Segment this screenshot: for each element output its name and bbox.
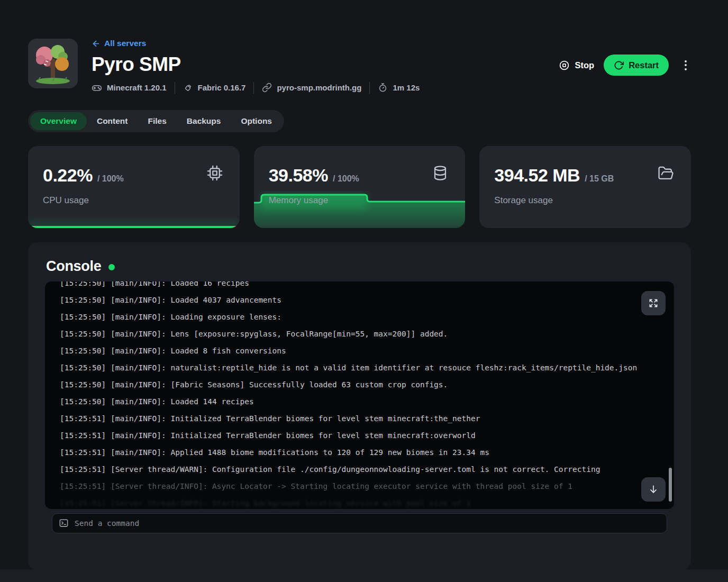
console-log-line: [15:25:51] [Server thread/INFO]: Async L…	[60, 478, 666, 495]
console-log-line: [15:25:51] [main/INFO]: Applied 1488 bio…	[60, 444, 666, 461]
meta-uptime: 1m 12s	[378, 83, 420, 93]
command-input[interactable]	[75, 519, 660, 528]
console-title: Console	[46, 258, 101, 275]
meta-domain[interactable]: pyro-smp.modrinth.gg	[262, 83, 361, 93]
tab-backups[interactable]: Backups	[177, 112, 231, 130]
cpu-usage-value: 0.22%	[43, 165, 93, 186]
more-options-button[interactable]	[680, 57, 691, 74]
meta-divider	[369, 82, 370, 94]
memory-usage-card: 39.58% / 100% Memory usage	[254, 146, 466, 228]
scroll-to-bottom-button[interactable]	[641, 477, 666, 502]
meta-divider	[253, 82, 254, 94]
console-log-line: [15:25:50] [main/INFO]: Loaded 16 recipe…	[60, 281, 666, 292]
stop-button[interactable]: Stop	[559, 60, 594, 71]
meta-game-version: Minecraft 1.20.1	[92, 83, 167, 93]
console-log-line: [15:25:50] [main/INFO]: Lens [exposure:s…	[60, 325, 666, 342]
console-log-line: [15:25:50] [main/INFO]: [Fabric Seasons]…	[60, 376, 666, 393]
kebab-dot	[685, 68, 687, 70]
console-log-line: [15:25:51] [Server thread/WARN]: Configu…	[60, 461, 666, 478]
meta-uptime-label: 1m 12s	[393, 83, 420, 92]
console-log-line: [15:25:50] [main/INFO]: Loading exposure…	[60, 308, 666, 325]
memory-usage-label: Memory usage	[269, 195, 328, 206]
timer-icon	[378, 83, 388, 93]
meta-domain-label: pyro-smp.modrinth.gg	[277, 83, 361, 92]
console-scrollbar-thumb[interactable]	[669, 468, 672, 502]
console-log-line: [15:25:50] [main/INFO]: Loaded 144 recip…	[60, 393, 666, 410]
gamepad-icon	[92, 83, 102, 93]
kebab-dot	[685, 64, 687, 66]
back-to-all-servers-link[interactable]: All servers	[92, 39, 146, 48]
stop-icon	[559, 60, 570, 71]
command-input-row	[52, 513, 667, 533]
arrow-down-icon	[648, 484, 659, 495]
server-avatar	[28, 39, 78, 88]
terminal-icon	[59, 518, 69, 528]
console-log-line: [15:25:51] [main/INFO]: Initialized Terr…	[60, 410, 666, 427]
server-actions: Stop Restart	[559, 54, 691, 76]
memory-usage-value: 39.58%	[269, 165, 328, 186]
restart-button-label: Restart	[629, 60, 659, 70]
server-heading-block: All servers Pyro SMP Minecraft 1.20.1 Fa…	[92, 39, 559, 94]
server-page: All servers Pyro SMP Minecraft 1.20.1 Fa…	[28, 0, 691, 570]
cpu-usage-limit: / 100%	[97, 174, 124, 184]
footer-band	[0, 569, 728, 582]
tab-options[interactable]: Options	[231, 112, 282, 130]
storage-usage-value: 394.52 MB	[494, 165, 580, 186]
meta-loader-label: Fabric 0.16.7	[198, 83, 246, 92]
arrow-left-icon	[92, 39, 101, 48]
server-header: All servers Pyro SMP Minecraft 1.20.1 Fa…	[28, 39, 691, 94]
tab-overview[interactable]: Overview	[30, 112, 87, 130]
console-log-line: [15:25:50] [main/INFO]: Loaded 4037 adva…	[60, 292, 666, 308]
meta-divider	[175, 82, 175, 94]
online-status-dot	[108, 264, 115, 270]
console-log-line: [15:25:50] [main/INFO]: Loaded 8 fish co…	[60, 342, 666, 359]
cpu-icon	[207, 165, 223, 181]
cpu-usage-card: 0.22% / 100% CPU usage	[28, 146, 240, 228]
meta-loader: Fabric 0.16.7	[183, 83, 246, 93]
database-icon	[432, 165, 448, 181]
folder-open-icon	[658, 165, 674, 181]
console-log-line: [15:25:51] [main/INFO]: Initialized Terr…	[60, 427, 666, 444]
memory-usage-limit: / 100%	[333, 174, 359, 184]
storage-usage-limit: / 15 GB	[585, 174, 614, 184]
server-tabs: Overview Content Files Backups Options	[28, 110, 284, 132]
back-link-label: All servers	[104, 39, 146, 48]
storage-usage-label: Storage usage	[494, 195, 553, 206]
console-log-viewport[interactable]: [15:25:50] [main/INFO]: Loaded 16 recipe…	[45, 281, 674, 509]
meta-game-label: Minecraft 1.20.1	[107, 83, 167, 92]
loader-flask-icon	[183, 83, 193, 93]
restart-button[interactable]: Restart	[604, 54, 669, 76]
expand-icon	[648, 298, 659, 308]
page-title: Pyro SMP	[92, 53, 559, 76]
tab-files[interactable]: Files	[138, 112, 176, 130]
cpu-usage-sparkline	[28, 226, 240, 228]
console-card: Console [15:25:50] [main/INFO]: Loaded 1…	[28, 242, 691, 570]
tab-content[interactable]: Content	[87, 112, 138, 130]
console-log-line: [15:25:50] [main/INFO]: naturalist:repti…	[60, 359, 666, 376]
stop-button-label: Stop	[575, 60, 594, 70]
console-header: Console	[46, 258, 674, 275]
tree-avatar-art	[28, 39, 78, 88]
kebab-dot	[685, 60, 687, 62]
storage-usage-card: 394.52 MB / 15 GB Storage usage	[479, 146, 691, 228]
expand-console-button[interactable]	[641, 291, 666, 315]
server-meta-row: Minecraft 1.20.1 Fabric 0.16.7 pyro-smp.…	[92, 82, 559, 94]
link-icon	[262, 83, 272, 93]
console-log-line: [15:25:51] [Server thread/INFO]: Startin…	[60, 495, 666, 509]
stats-row: 0.22% / 100% CPU usage 39.58% / 100% Mem…	[28, 146, 691, 228]
restart-icon	[614, 60, 624, 70]
cpu-usage-label: CPU usage	[43, 195, 89, 206]
